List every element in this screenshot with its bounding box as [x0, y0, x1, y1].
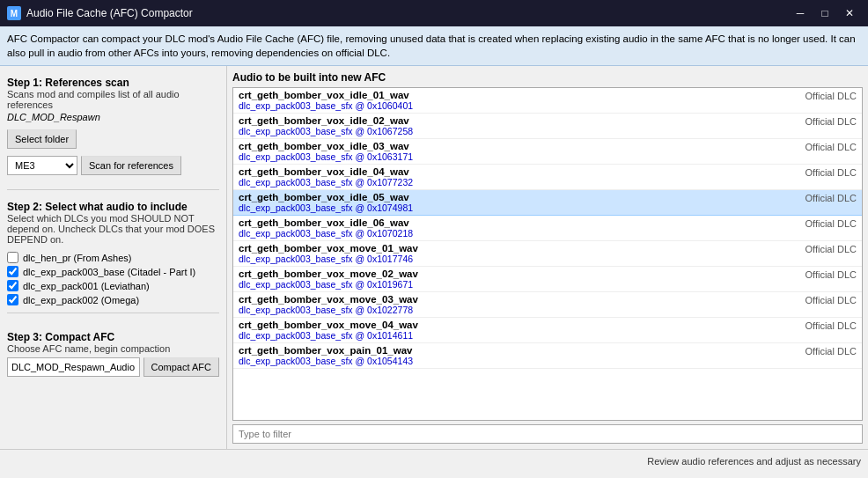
audio-item-8[interactable]: crt_geth_bomber_vox_move_03_wavdlc_exp_p… — [233, 292, 862, 318]
audio-source-5: Official DLC — [805, 217, 857, 229]
audio-path-7: dlc_exp_pack003_base_sfx @ 0x1019671 — [239, 279, 418, 290]
audio-name-8: crt_geth_bomber_vox_move_03_wav — [239, 294, 418, 305]
info-bar: AFC Compactor can compact your DLC mod's… — [0, 26, 868, 66]
audio-path-4: dlc_exp_pack003_base_sfx @ 0x1074981 — [239, 202, 413, 213]
audio-item-5[interactable]: crt_geth_bomber_vox_idle_06_wavdlc_exp_p… — [233, 216, 862, 241]
step3-section: Step 3: Compact AFC Choose AFC name, beg… — [7, 327, 219, 377]
audio-name-3: crt_geth_bomber_vox_idle_04_wav — [239, 166, 413, 177]
audio-name-0: crt_geth_bomber_vox_idle_01_wav — [239, 90, 413, 100]
audio-item-left-2: crt_geth_bomber_vox_idle_03_wavdlc_exp_p… — [239, 141, 413, 162]
audio-item-1[interactable]: crt_geth_bomber_vox_idle_02_wavdlc_exp_p… — [233, 114, 862, 139]
dlc-checkbox-0[interactable] — [7, 252, 18, 263]
compact-button[interactable]: Compact AFC — [143, 357, 219, 377]
dlc-checkbox-3[interactable] — [7, 294, 18, 305]
right-panel-title: Audio to be built into new AFC — [232, 71, 863, 84]
compact-input[interactable] — [7, 357, 140, 377]
audio-item-left-8: crt_geth_bomber_vox_move_03_wavdlc_exp_p… — [239, 294, 418, 315]
audio-list[interactable]: crt_geth_bomber_vox_idle_01_wavdlc_exp_p… — [232, 87, 863, 421]
step3-desc: Choose AFC name, begin compaction — [7, 343, 219, 354]
audio-item-left-4: crt_geth_bomber_vox_idle_05_wavdlc_exp_p… — [239, 192, 413, 213]
audio-item-left-0: crt_geth_bomber_vox_idle_01_wavdlc_exp_p… — [239, 90, 413, 111]
audio-item-6[interactable]: crt_geth_bomber_vox_move_01_wavdlc_exp_p… — [233, 241, 862, 267]
audio-source-10: Official DLC — [805, 345, 857, 357]
folder-row: Select folder — [7, 129, 219, 149]
audio-item-left-6: crt_geth_bomber_vox_move_01_wavdlc_exp_p… — [239, 243, 418, 264]
audio-path-1: dlc_exp_pack003_base_sfx @ 0x1067258 — [239, 126, 413, 136]
audio-item-left-1: crt_geth_bomber_vox_idle_02_wavdlc_exp_p… — [239, 115, 413, 136]
title-buttons: ─ □ ✕ — [789, 4, 861, 22]
audio-source-8: Official DLC — [805, 294, 857, 305]
audio-item-left-3: crt_geth_bomber_vox_idle_04_wavdlc_exp_p… — [239, 166, 413, 188]
audio-item-left-5: crt_geth_bomber_vox_idle_06_wavdlc_exp_p… — [239, 217, 413, 239]
audio-item-2[interactable]: crt_geth_bomber_vox_idle_03_wavdlc_exp_p… — [233, 139, 862, 165]
audio-path-8: dlc_exp_pack003_base_sfx @ 0x1022778 — [239, 305, 418, 315]
audio-item-3[interactable]: crt_geth_bomber_vox_idle_04_wavdlc_exp_p… — [233, 165, 862, 190]
audio-name-9: crt_geth_bomber_vox_move_04_wav — [239, 320, 418, 330]
audio-source-4: Official DLC — [805, 192, 857, 203]
audio-item-4[interactable]: crt_geth_bomber_vox_idle_05_wavdlc_exp_p… — [233, 190, 862, 216]
step1-value: DLC_MOD_Respawn — [7, 112, 219, 122]
audio-path-3: dlc_exp_pack003_base_sfx @ 0x1077232 — [239, 177, 413, 188]
dlc-label-0: dlc_hen_pr (From Ashes) — [23, 253, 132, 263]
dlc-checkbox-2[interactable] — [7, 280, 18, 291]
app-icon: M — [7, 6, 21, 20]
separator-1 — [7, 189, 219, 190]
step3-title: Step 3: Compact AFC — [7, 331, 219, 343]
status-bar: Review audio references and adjust as ne… — [0, 449, 868, 472]
audio-item-0[interactable]: crt_geth_bomber_vox_idle_01_wavdlc_exp_p… — [233, 88, 862, 114]
dlc-label-1: dlc_exp_pack003_base (Citadel - Part I) — [23, 267, 195, 277]
audio-source-6: Official DLC — [805, 243, 857, 254]
audio-name-10: crt_geth_bomber_vox_pain_01_wav — [239, 345, 413, 356]
scan-row: ME3 ME2 ME1 Scan for references — [7, 156, 219, 175]
audio-item-10[interactable]: crt_geth_bomber_vox_pain_01_wavdlc_exp_p… — [233, 343, 862, 369]
right-panel: Audio to be built into new AFC crt_geth_… — [227, 66, 868, 449]
audio-path-0: dlc_exp_pack003_base_sfx @ 0x1060401 — [239, 100, 413, 111]
audio-item-left-10: crt_geth_bomber_vox_pain_01_wavdlc_exp_p… — [239, 345, 413, 366]
audio-path-2: dlc_exp_pack003_base_sfx @ 0x1063171 — [239, 151, 413, 162]
dlc-item-0: dlc_hen_pr (From Ashes) — [7, 252, 219, 263]
close-button[interactable]: ✕ — [838, 4, 861, 22]
separator-2 — [7, 313, 219, 313]
audio-item-9[interactable]: crt_geth_bomber_vox_move_04_wavdlc_exp_p… — [233, 318, 862, 343]
step1-section: Step 1: References scan Scans mod and co… — [7, 73, 219, 126]
audio-source-1: Official DLC — [805, 115, 857, 127]
audio-source-2: Official DLC — [805, 141, 857, 152]
audio-item-left-7: crt_geth_bomber_vox_move_02_wavdlc_exp_p… — [239, 268, 418, 290]
audio-name-1: crt_geth_bomber_vox_idle_02_wav — [239, 115, 413, 126]
audio-item-left-9: crt_geth_bomber_vox_move_04_wavdlc_exp_p… — [239, 320, 418, 341]
audio-source-0: Official DLC — [805, 90, 857, 101]
dlc-label-2: dlc_exp_pack001 (Leviathan) — [23, 281, 150, 291]
status-text: Review audio references and adjust as ne… — [647, 456, 861, 467]
info-text: AFC Compactor can compact your DLC mod's… — [7, 33, 856, 58]
audio-path-6: dlc_exp_pack003_base_sfx @ 0x1017746 — [239, 254, 418, 264]
step1-title: Step 1: References scan — [7, 77, 219, 89]
dlc-label-3: dlc_exp_pack002 (Omega) — [23, 295, 139, 305]
step2-desc: Select which DLCs you mod SHOULD NOT dep… — [7, 213, 219, 245]
game-dropdown[interactable]: ME3 ME2 ME1 — [7, 156, 77, 175]
audio-name-7: crt_geth_bomber_vox_move_02_wav — [239, 268, 418, 279]
filter-row — [232, 424, 863, 444]
left-panel: Step 1: References scan Scans mod and co… — [0, 66, 227, 449]
dlc-item-3: dlc_exp_pack002 (Omega) — [7, 294, 219, 305]
audio-path-5: dlc_exp_pack003_base_sfx @ 0x1070218 — [239, 228, 413, 239]
scan-button[interactable]: Scan for references — [81, 156, 181, 175]
filter-input[interactable] — [232, 424, 863, 444]
title-text: Audio File Cache (AFC) Compactor — [26, 7, 789, 19]
audio-name-6: crt_geth_bomber_vox_move_01_wav — [239, 243, 418, 254]
audio-path-9: dlc_exp_pack003_base_sfx @ 0x1014611 — [239, 330, 418, 341]
dlc-item-1: dlc_exp_pack003_base (Citadel - Part I) — [7, 266, 219, 277]
minimize-button[interactable]: ─ — [789, 4, 812, 22]
maximize-button[interactable]: □ — [813, 4, 836, 22]
step2-title: Step 2: Select what audio to include — [7, 201, 219, 213]
audio-item-7[interactable]: crt_geth_bomber_vox_move_02_wavdlc_exp_p… — [233, 267, 862, 292]
audio-path-10: dlc_exp_pack003_base_sfx @ 0x1054143 — [239, 356, 413, 366]
step1-desc: Scans mod and compiles list of all audio… — [7, 89, 219, 110]
audio-source-3: Official DLC — [805, 166, 857, 178]
step2-section: Step 2: Select what audio to include Sel… — [7, 197, 219, 246]
title-bar: M Audio File Cache (AFC) Compactor ─ □ ✕ — [0, 0, 868, 26]
audio-name-2: crt_geth_bomber_vox_idle_03_wav — [239, 141, 413, 151]
dlc-item-2: dlc_exp_pack001 (Leviathan) — [7, 280, 219, 291]
select-folder-button[interactable]: Select folder — [7, 129, 77, 149]
dlc-checkbox-1[interactable] — [7, 266, 18, 277]
main-content: Step 1: References scan Scans mod and co… — [0, 66, 868, 449]
